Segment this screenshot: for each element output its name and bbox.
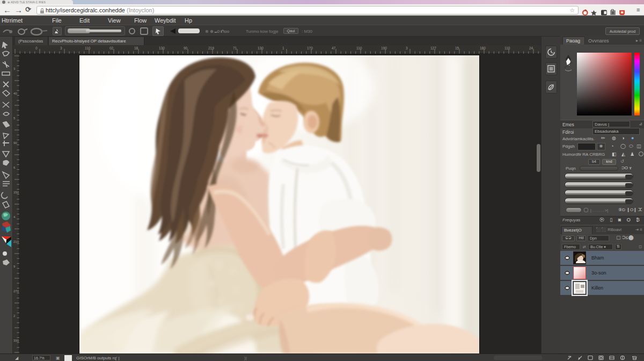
svg-text:3: 3 <box>13 67 16 70</box>
svg-text:170: 170 <box>307 46 313 50</box>
svg-text:3: 3 <box>60 46 62 50</box>
svg-text:90: 90 <box>184 46 188 50</box>
svg-text:47: 47 <box>332 46 336 50</box>
svg-text:180: 180 <box>480 46 486 50</box>
svg-text:71: 71 <box>233 46 237 50</box>
svg-text:219: 219 <box>208 46 214 50</box>
svg-text:02: 02 <box>109 46 114 50</box>
svg-text:18: 18 <box>134 46 138 50</box>
svg-text:110: 110 <box>356 46 362 50</box>
svg-text:40: 40 <box>13 92 17 95</box>
svg-text:127: 127 <box>430 46 436 50</box>
svg-text:0: 0 <box>35 46 38 50</box>
svg-text:1: 1 <box>282 46 284 50</box>
svg-text:3: 3 <box>406 46 408 50</box>
svg-text:5: 5 <box>13 117 16 120</box>
svg-text:210: 210 <box>13 240 19 243</box>
svg-text:2: 2 <box>13 314 16 317</box>
svg-text:330: 330 <box>13 339 19 342</box>
svg-text:190: 190 <box>381 46 387 50</box>
svg-text:4: 4 <box>13 215 16 219</box>
svg-text:150: 150 <box>13 191 19 194</box>
svg-text:130: 130 <box>258 46 264 50</box>
svg-text:9: 9 <box>13 265 16 268</box>
svg-text:130: 130 <box>159 46 165 50</box>
svg-text:110: 110 <box>85 46 91 50</box>
svg-text:6: 6 <box>13 166 16 169</box>
svg-text:90: 90 <box>13 141 17 145</box>
svg-text:24: 24 <box>529 46 533 50</box>
svg-text:15: 15 <box>455 46 459 50</box>
svg-text:270: 270 <box>13 290 19 293</box>
svg-text:110: 110 <box>504 46 510 50</box>
